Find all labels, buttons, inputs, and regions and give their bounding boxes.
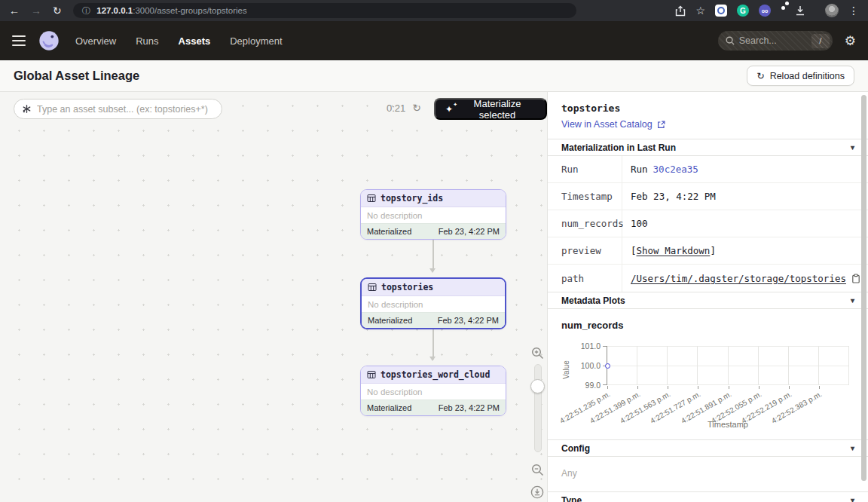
asset-node-title: topstories [381,282,433,292]
search-icon [726,36,735,45]
section-header-metadata-plots[interactable]: Metadata Plots ▾ [548,292,868,309]
zoom-slider-handle[interactable] [530,379,545,393]
glasses-extension-icon[interactable]: oo [759,5,771,17]
materialize-selected-button[interactable]: ✦✦ Materialize selected [434,98,547,120]
hamburger-menu-icon[interactable] [12,35,26,47]
url-host: 127.0.0.1 [96,6,133,15]
section-header-config[interactable]: Config ▾ [548,439,868,457]
chevron-down-icon: ▾ [851,143,854,152]
asset-node-description: No description [362,296,505,312]
nav-links: Overview Runs Assets Deployment [75,35,283,47]
asset-graph-canvas[interactable]: 0:21 ↻ ✦✦ Materialize selected topstory_… [0,92,547,502]
graph-timer: 0:21 ↻ [387,102,421,114]
reload-definitions-button[interactable]: ↻ Reload definitions [747,66,854,86]
reload-icon: ↻ [756,70,764,81]
app-navbar: Overview Runs Assets Deployment Search..… [0,21,868,60]
table-icon [367,370,376,379]
panel-scrollbar[interactable] [861,95,866,481]
section-header-materialization[interactable]: Materialization in Last Run ▾ [548,139,868,156]
num-records-chart: Value 101.0100.099.0 4:22:51.235 p.m.4:2… [561,346,863,385]
path-link[interactable]: /Users/tim/.dagster/storage/topstories [631,273,846,284]
asset-node-topstories[interactable]: topstories No description Materialized F… [360,277,506,329]
url-text: 127.0.0.1:3000/asset-groups/topstories [96,6,246,15]
bookmark-star-icon[interactable]: ☆ [695,5,705,16]
dagster-logo[interactable] [38,29,60,52]
graph-query-icon [22,104,32,114]
show-markdown-link[interactable]: Show Markdown [637,245,711,256]
nav-item-assets[interactable]: Assets [179,35,211,47]
plot-title: num_records [561,320,863,331]
browser-menu-icon[interactable]: ⋮ [848,5,859,16]
asset-node-status: Materialized [368,316,412,325]
table-row: path /Users/tim/.dagster/storage/topstor… [548,265,868,292]
zoom-reset-icon[interactable] [530,485,544,499]
timer-refresh-icon[interactable]: ↻ [412,102,421,114]
site-info-icon[interactable]: ⓘ [82,5,91,17]
table-row: Run Run30c2ea35 [548,156,868,183]
download-icon[interactable] [795,5,805,16]
zoom-slider-track[interactable] [534,364,542,452]
page-header: Global Asset Lineage ↻ Reload definition… [0,60,868,92]
row-label: Timestamp [548,183,622,210]
zoom-out-icon[interactable] [531,464,544,476]
row-label: preview [548,237,622,264]
section-header-type[interactable]: Type ▾ [548,491,868,502]
asset-node-description: No description [361,384,506,399]
edge-topstories-word_cloud [432,326,434,360]
row-value: Feb 23, 4:22 PM [622,183,868,210]
copy-icon[interactable] [851,274,860,283]
edge-topstory_ids-topstories [432,238,434,271]
table-icon [368,283,377,292]
browser-back-icon[interactable]: ← [9,5,20,16]
chevron-down-icon: ▾ [851,296,854,305]
nav-item-deployment[interactable]: Deployment [230,35,282,47]
extensions-puzzle-icon[interactable] [781,4,785,17]
browser-forward-icon[interactable]: → [31,5,41,16]
x-axis-title: Timestamp [607,420,849,429]
asset-filter-input[interactable] [37,104,214,115]
table-row: Timestamp Feb 23, 4:22 PM [548,183,868,210]
timer-value: 0:21 [387,103,405,114]
password-manager-extension-icon[interactable] [715,5,727,17]
asset-node-timestamp: Feb 23, 4:22 PM [439,227,500,236]
asset-filter-field[interactable] [14,99,222,119]
browser-reload-icon[interactable]: ↻ [53,5,62,16]
metadata-plot: num_records Value 101.0100.099.0 4:22:51… [548,309,868,439]
run-id-link[interactable]: 30c2ea35 [653,164,698,175]
browser-toolbar: ← → ↻ ⓘ 127.0.0.1:3000/asset-groups/tops… [0,0,868,21]
profile-avatar[interactable] [825,4,839,17]
asset-node-title: topstories_word_cloud [381,369,490,380]
table-icon [367,194,376,203]
y-tick-labels: 101.0100.099.0 [572,346,607,385]
share-icon[interactable] [675,5,686,17]
table-row: preview [Show Markdown] [548,237,868,265]
url-path: :3000/asset-groups/topstories [133,6,247,15]
asset-node-topstory_ids[interactable]: topstory_ids No description Materialized… [360,189,506,240]
asset-node-status: Materialized [367,403,411,412]
materialization-table: Run Run30c2ea35 Timestamp Feb 23, 4:22 P… [548,156,868,292]
chevron-down-icon: ▾ [851,444,854,452]
global-search-input[interactable]: Search... / [718,31,833,51]
asset-node-status: Materialized [367,227,411,236]
nav-item-overview[interactable]: Overview [75,35,116,47]
chart-plot-area: 4:22:51.235 p.m.4:22:51.399 p.m.4:22:51.… [607,346,849,385]
row-label: path [548,265,622,292]
row-label: Run [548,156,622,182]
table-row: num_records 100 [548,210,868,237]
address-bar[interactable]: ⓘ 127.0.0.1:3000/asset-groups/topstories [73,3,576,18]
page-title: Global Asset Lineage [14,69,139,83]
view-in-asset-catalog-link[interactable]: View in Asset Catalog [561,119,665,130]
chart-data-point [605,363,610,369]
asset-node-title: topstory_ids [381,193,443,204]
config-value: Any [548,457,868,491]
x-tick-labels: 4:22:51.235 p.m.4:22:51.399 p.m.4:22:51.… [607,385,849,420]
asset-node-topstories_word_cloud[interactable]: topstories_word_cloud No description Mat… [360,366,506,416]
row-value: 100 [622,210,868,237]
nav-item-runs[interactable]: Runs [136,35,158,47]
gear-icon[interactable]: ⚙ [845,33,856,49]
zoom-in-icon[interactable] [531,347,544,360]
asset-node-timestamp: Feb 23, 4:22 PM [438,316,499,325]
grammarly-extension-icon[interactable]: G [737,5,749,17]
row-label: num_records [548,210,622,237]
materialize-icon: ✦✦ [445,105,453,114]
